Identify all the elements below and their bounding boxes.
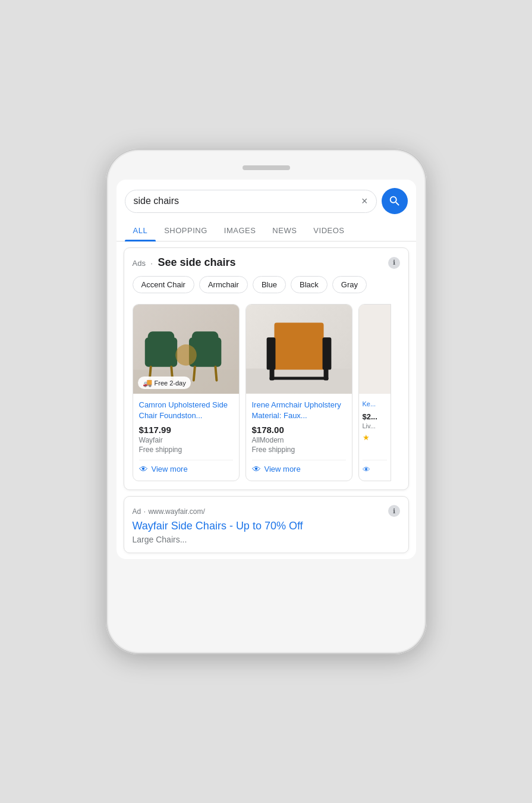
product-card-3-partial[interactable]: Ke... $2... Liv... ★ 👁 bbox=[358, 304, 391, 481]
svg-rect-2 bbox=[147, 331, 174, 343]
ads-header: Ads · See side chairs ℹ bbox=[133, 256, 400, 269]
tab-videos[interactable]: VIDEOS bbox=[305, 220, 352, 241]
tab-shopping[interactable]: SHOPPING bbox=[156, 220, 216, 241]
tabs: ALL SHOPPING IMAGES NEWS VIDEOS bbox=[117, 220, 416, 241]
eye-icon-2: 👁 bbox=[252, 464, 261, 474]
ad-dot: · bbox=[144, 507, 146, 516]
product-price-3-partial: $2... bbox=[363, 412, 387, 421]
eye-icon-1: 👁 bbox=[139, 464, 148, 474]
product-store-1: Wayfair bbox=[139, 436, 233, 444]
product-store-2: AllModern bbox=[252, 436, 346, 444]
chip-black[interactable]: Black bbox=[291, 276, 328, 293]
view-more-label-1: View more bbox=[152, 465, 188, 473]
product-price-2: $178.00 bbox=[252, 425, 346, 435]
chair-image-svg-2 bbox=[246, 305, 352, 394]
svg-line-8 bbox=[215, 367, 216, 381]
product-shipping-1: Free shipping bbox=[139, 446, 233, 454]
product-image-3-partial bbox=[359, 305, 391, 394]
svg-rect-10 bbox=[246, 369, 352, 394]
search-button[interactable] bbox=[382, 188, 408, 214]
bottom-ad[interactable]: Ad · www.wayfair.com/ ℹ Wayfair Side Cha… bbox=[124, 496, 409, 553]
svg-line-7 bbox=[193, 367, 194, 381]
chip-blue[interactable]: Blue bbox=[253, 276, 286, 293]
product-info-3-partial: Ke... $2... Liv... ★ 👁 bbox=[359, 394, 391, 481]
filter-chips: Accent Chair Armchair Blue Black Gray bbox=[133, 276, 400, 296]
ads-info-icon[interactable]: ℹ bbox=[388, 257, 400, 269]
ad-meta: Ad · www.wayfair.com/ ℹ bbox=[133, 505, 400, 517]
product-info-1: Camron Upholstered Side Chair Foundston.… bbox=[133, 394, 239, 480]
chip-accent-chair[interactable]: Accent Chair bbox=[133, 276, 194, 293]
view-more-3-partial: 👁 bbox=[363, 460, 387, 475]
product-name-3-partial: Ke... bbox=[363, 400, 387, 409]
product-rating-3: ★ bbox=[363, 433, 387, 442]
svg-rect-12 bbox=[274, 323, 323, 348]
free-badge-text: Free 2-day bbox=[155, 379, 186, 387]
phone-notch bbox=[243, 165, 290, 170]
product-image-1: 🚚 Free 2-day bbox=[133, 305, 239, 394]
product-card-1[interactable]: 🚚 Free 2-day Camron Upholstered Side Cha… bbox=[133, 304, 240, 481]
phone-screen: side chairs × ALL SHOPPING IMAGES NEWS V… bbox=[117, 180, 416, 559]
ads-title-group: Ads · See side chairs bbox=[133, 256, 236, 269]
free-badge: 🚚 Free 2-day bbox=[138, 377, 191, 389]
product-info-2: Irene Armchair Upholstery Material: Faux… bbox=[246, 394, 352, 480]
tab-images[interactable]: IMAGES bbox=[216, 220, 265, 241]
search-bar: side chairs × bbox=[117, 180, 416, 220]
ads-label: Ads bbox=[133, 259, 146, 268]
product-shipping-2: Free shipping bbox=[252, 446, 346, 454]
eye-icon-3-partial: 👁 bbox=[363, 465, 370, 474]
view-more-1[interactable]: 👁 View more bbox=[139, 460, 233, 474]
product-price-1: $117.99 bbox=[139, 425, 233, 435]
tab-news[interactable]: NEWS bbox=[264, 220, 305, 241]
ad-subtitle: Large Chairs... bbox=[133, 535, 400, 544]
search-input-wrap[interactable]: side chairs × bbox=[125, 190, 377, 213]
search-query: side chairs bbox=[134, 196, 361, 206]
svg-rect-17 bbox=[269, 377, 328, 379]
phone-frame: side chairs × ALL SHOPPING IMAGES NEWS V… bbox=[106, 149, 427, 654]
chip-armchair[interactable]: Armchair bbox=[199, 276, 248, 293]
svg-rect-14 bbox=[322, 337, 331, 369]
delivery-icon: 🚚 bbox=[143, 378, 152, 387]
product-name-1[interactable]: Camron Upholstered Side Chair Foundston.… bbox=[139, 400, 233, 421]
ad-title[interactable]: Wayfair Side Chairs - Up to 70% Off bbox=[133, 519, 400, 533]
ads-dot: · bbox=[150, 259, 153, 268]
ad-label: Ad bbox=[133, 507, 141, 516]
bottom-ad-info-icon[interactable]: ℹ bbox=[388, 505, 400, 517]
product-card-2[interactable]: Irene Armchair Upholstery Material: Faux… bbox=[245, 304, 352, 481]
ad-url: www.wayfair.com/ bbox=[148, 507, 204, 516]
svg-rect-13 bbox=[266, 337, 275, 369]
product-image-2 bbox=[246, 305, 352, 394]
view-more-2[interactable]: 👁 View more bbox=[252, 460, 346, 474]
svg-point-9 bbox=[175, 344, 197, 366]
ad-meta-left: Ad · www.wayfair.com/ bbox=[133, 506, 205, 516]
view-more-label-2: View more bbox=[265, 465, 301, 473]
tab-all[interactable]: ALL bbox=[125, 220, 156, 241]
chip-gray[interactable]: Gray bbox=[332, 276, 367, 293]
products-row: 🚚 Free 2-day Camron Upholstered Side Cha… bbox=[133, 304, 400, 481]
search-icon bbox=[388, 195, 401, 208]
clear-icon[interactable]: × bbox=[361, 195, 368, 208]
product-store-3-partial: Liv... bbox=[363, 422, 387, 429]
product-name-2[interactable]: Irene Armchair Upholstery Material: Faux… bbox=[252, 400, 346, 421]
ads-section: Ads · See side chairs ℹ Accent Chair Arm… bbox=[124, 247, 409, 490]
svg-rect-6 bbox=[191, 331, 218, 343]
ads-title: See side chairs bbox=[158, 256, 235, 268]
